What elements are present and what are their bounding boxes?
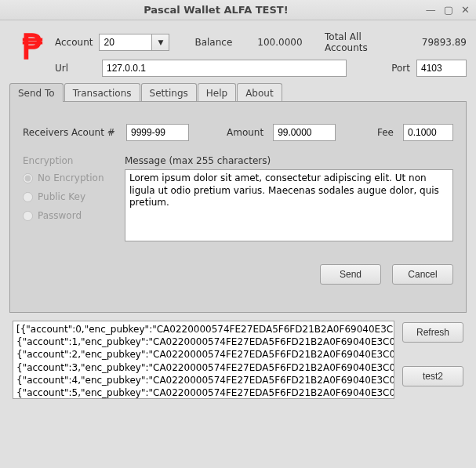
maximize-button[interactable]: ▢ — [444, 4, 453, 16]
balance-value: 100.0000 — [257, 37, 302, 48]
radio-public-key-label: Public Key — [38, 191, 85, 202]
refresh-button[interactable]: Refresh — [402, 322, 463, 343]
minimize-button[interactable]: — — [426, 4, 436, 16]
radio-password-label: Password — [38, 210, 82, 221]
url-input[interactable] — [102, 60, 347, 77]
encryption-block: Encryption No Encryption Public Key Pass… — [23, 155, 453, 244]
balance-label: Balance — [194, 37, 232, 48]
send-button[interactable]: Send — [320, 264, 381, 285]
radio-password[interactable]: Password — [23, 210, 117, 221]
tab-about[interactable]: About — [237, 83, 282, 102]
encryption-column: Encryption No Encryption Public Key Pass… — [23, 155, 117, 244]
send-to-panel: Receivers Acount # Amount Fee Encryption… — [9, 101, 467, 313]
message-textarea[interactable] — [125, 169, 453, 241]
window-title: Pascal Wallet ALFA TEST! — [6, 4, 426, 16]
encryption-label: Encryption — [23, 155, 117, 166]
radio-public-key[interactable]: Public Key — [23, 191, 117, 202]
header-row-2: Url Port — [55, 60, 467, 77]
receiver-input[interactable] — [126, 124, 189, 141]
message-label: Message (max 255 characters) — [125, 155, 453, 166]
tab-send-to[interactable]: Send To — [9, 83, 64, 102]
fee-label: Fee — [377, 127, 394, 138]
fee-input[interactable] — [403, 124, 453, 141]
tabs: Send To Transactions Settings Help About… — [9, 83, 467, 313]
right-button-column: Refresh test2 — [402, 321, 463, 399]
test2-button[interactable]: test2 — [402, 366, 463, 386]
tab-transactions[interactable]: Transactions — [64, 83, 140, 102]
total-value: 79893.89 — [422, 37, 467, 48]
pascal-logo-icon: ₱ — [22, 30, 44, 64]
url-label: Url — [55, 63, 96, 74]
radio-no-encryption[interactable]: No Encryption — [23, 172, 117, 183]
account-label: Account — [55, 37, 93, 48]
close-button[interactable]: ✕ — [461, 4, 470, 16]
header-row-1: Account ▼ Balance 100.0000 Total All Acc… — [55, 27, 467, 53]
port-label: Port — [391, 63, 410, 74]
radio-no-encryption-label: No Encryption — [38, 172, 104, 183]
port-input[interactable] — [416, 60, 467, 77]
tab-help[interactable]: Help — [198, 83, 236, 102]
bottom-area: Refresh test2 — [9, 321, 467, 399]
cancel-button[interactable]: Cancel — [392, 264, 453, 285]
total-label: Total All Accounts — [325, 31, 398, 53]
chevron-down-icon[interactable]: ▼ — [151, 34, 169, 50]
account-input[interactable] — [100, 34, 151, 50]
tab-settings[interactable]: Settings — [141, 83, 197, 102]
window-controls: — ▢ ✕ — [426, 4, 470, 16]
radio-public-key-input[interactable] — [23, 192, 33, 202]
amount-input[interactable] — [273, 124, 336, 141]
account-combo[interactable]: ▼ — [99, 34, 169, 51]
log-textarea[interactable] — [13, 321, 394, 399]
titlebar: Pascal Wallet ALFA TEST! — ▢ ✕ — [0, 0, 476, 20]
tabstrip: Send To Transactions Settings Help About — [9, 83, 467, 102]
receiver-label: Receivers Acount # — [23, 127, 117, 138]
radio-no-encryption-input[interactable] — [23, 173, 33, 183]
main-content: Account ▼ Balance 100.0000 Total All Acc… — [0, 20, 476, 404]
receiver-row: Receivers Acount # Amount Fee — [23, 124, 453, 141]
send-button-row: Send Cancel — [23, 264, 453, 285]
message-column: Message (max 255 characters) — [125, 155, 453, 244]
radio-password-input[interactable] — [23, 211, 33, 221]
amount-label: Amount — [227, 127, 263, 138]
